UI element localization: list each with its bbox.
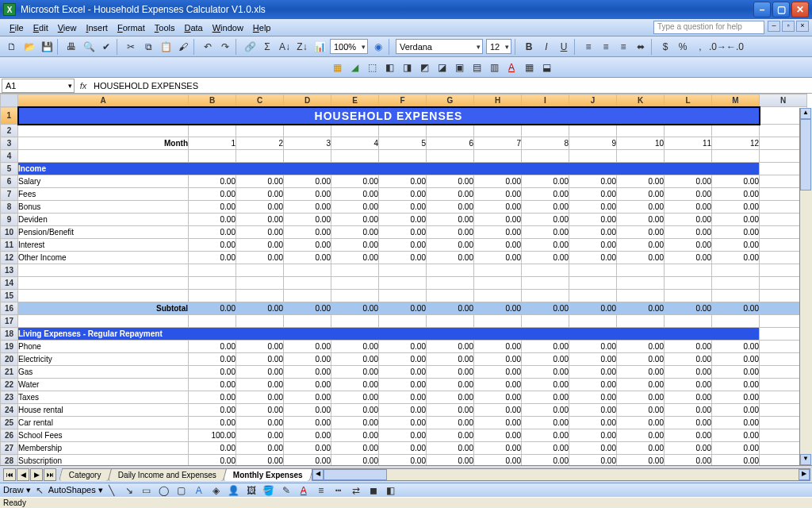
menu-view[interactable]: View (53, 23, 82, 33)
undo-icon[interactable]: ↶ (200, 39, 216, 55)
subtotal-cell[interactable]: 0.00 (522, 302, 569, 315)
value-cell[interactable]: 0.00 (712, 404, 760, 417)
value-cell[interactable]: 0.00 (569, 175, 617, 188)
dec-decimal-icon[interactable]: ←.0 (727, 39, 743, 55)
cell[interactable] (189, 150, 236, 163)
value-cell[interactable]: 0.00 (236, 201, 284, 214)
save-icon[interactable]: 💾 (39, 39, 55, 55)
cell[interactable] (665, 150, 712, 163)
value-cell[interactable]: 0.00 (189, 239, 236, 252)
value-cell[interactable]: 0.00 (331, 379, 379, 391)
value-cell[interactable]: 0.00 (331, 341, 379, 353)
value-cell[interactable]: 0.00 (569, 353, 617, 366)
cell[interactable] (284, 125, 331, 137)
value-cell[interactable]: 0.00 (379, 442, 427, 455)
value-cell[interactable]: 0.00 (427, 442, 474, 455)
align-center-icon[interactable]: ≡ (598, 39, 614, 55)
value-cell[interactable]: 0.00 (189, 366, 236, 379)
row-header-21[interactable]: 21 (1, 366, 18, 379)
value-cell[interactable]: 0.00 (331, 252, 379, 264)
value-cell[interactable]: 0.00 (189, 214, 236, 226)
value-cell[interactable]: 0.00 (665, 201, 712, 214)
row-label[interactable]: Car rental (18, 417, 189, 429)
row-header-2[interactable]: 2 (1, 125, 18, 137)
value-cell[interactable]: 0.00 (284, 455, 331, 466)
subtotal-cell[interactable]: 0.00 (331, 302, 379, 315)
cell[interactable] (189, 290, 236, 302)
col-header-J[interactable]: J (569, 94, 617, 107)
value-cell[interactable]: 0.00 (284, 239, 331, 252)
value-cell[interactable]: 0.00 (569, 366, 617, 379)
cell[interactable] (665, 290, 712, 302)
month-cell[interactable]: 4 (331, 137, 379, 150)
value-cell[interactable]: 0.00 (474, 429, 522, 442)
value-cell[interactable]: 0.00 (474, 417, 522, 429)
value-cell[interactable]: 0.00 (665, 379, 712, 391)
cell[interactable] (284, 290, 331, 302)
value-cell[interactable]: 0.00 (236, 366, 284, 379)
col-header-C[interactable]: C (236, 94, 284, 107)
row-header-27[interactable]: 27 (1, 442, 18, 455)
cell[interactable] (379, 290, 427, 302)
value-cell[interactable]: 0.00 (284, 175, 331, 188)
value-cell[interactable]: 0.00 (712, 226, 760, 239)
value-cell[interactable]: 0.00 (617, 239, 665, 252)
line-icon[interactable]: ╲ (104, 483, 120, 498)
font-size-combo[interactable]: 12 (486, 39, 511, 54)
cell[interactable] (427, 290, 474, 302)
subtotal-cell[interactable]: 0.00 (427, 302, 474, 315)
mdi-restore-button[interactable]: ▫ (782, 21, 795, 32)
value-cell[interactable]: 0.00 (427, 404, 474, 417)
value-cell[interactable]: 0.00 (522, 379, 569, 391)
value-cell[interactable]: 0.00 (569, 391, 617, 404)
subtotal-cell[interactable]: 0.00 (712, 302, 760, 315)
bold-icon[interactable]: B (521, 39, 537, 55)
value-cell[interactable]: 0.00 (569, 226, 617, 239)
value-cell[interactable]: 0.00 (712, 252, 760, 264)
row-header-5[interactable]: 5 (1, 163, 18, 175)
underline-icon[interactable]: U (556, 39, 572, 55)
sheet-tab-0[interactable]: Category (59, 468, 112, 481)
value-cell[interactable]: 0.00 (189, 201, 236, 214)
ic13-icon[interactable]: ⬓ (538, 60, 554, 75)
value-cell[interactable]: 0.00 (427, 214, 474, 226)
value-cell[interactable]: 0.00 (617, 201, 665, 214)
cell[interactable] (522, 290, 569, 302)
cell[interactable] (331, 315, 379, 328)
row-header-14[interactable]: 14 (1, 277, 18, 290)
value-cell[interactable]: 0.00 (665, 429, 712, 442)
ic8-icon[interactable]: ▣ (451, 60, 467, 75)
row-label[interactable]: Membership (18, 442, 189, 455)
subtotal-cell[interactable]: 0.00 (665, 302, 712, 315)
value-cell[interactable]: 0.00 (427, 391, 474, 404)
value-cell[interactable]: 0.00 (331, 175, 379, 188)
clipart-icon[interactable]: 👤 (226, 483, 242, 498)
value-cell[interactable]: 0.00 (474, 201, 522, 214)
value-cell[interactable]: 0.00 (712, 379, 760, 391)
value-cell[interactable]: 0.00 (617, 391, 665, 404)
col-header-A[interactable]: A (18, 94, 189, 107)
row-header-1[interactable]: 1 (1, 107, 18, 125)
value-cell[interactable]: 0.00 (569, 201, 617, 214)
subtotal-cell[interactable]: 0.00 (569, 302, 617, 315)
menu-format[interactable]: Format (113, 23, 150, 33)
cell[interactable] (617, 277, 665, 290)
cell[interactable] (379, 125, 427, 137)
value-cell[interactable]: 0.00 (712, 175, 760, 188)
subtotal-cell[interactable]: 0.00 (617, 302, 665, 315)
value-cell[interactable]: 0.00 (427, 429, 474, 442)
value-cell[interactable]: 0.00 (522, 252, 569, 264)
value-cell[interactable]: 0.00 (331, 188, 379, 201)
cell[interactable] (569, 277, 617, 290)
col-header-K[interactable]: K (617, 94, 665, 107)
row-label[interactable]: Interest (18, 239, 189, 252)
value-cell[interactable]: 0.00 (284, 391, 331, 404)
value-cell[interactable]: 0.00 (522, 239, 569, 252)
cell[interactable] (665, 125, 712, 137)
value-cell[interactable]: 0.00 (712, 391, 760, 404)
value-cell[interactable]: 0.00 (284, 429, 331, 442)
value-cell[interactable]: 0.00 (474, 214, 522, 226)
value-cell[interactable]: 0.00 (236, 442, 284, 455)
value-cell[interactable]: 0.00 (331, 366, 379, 379)
value-cell[interactable]: 0.00 (236, 391, 284, 404)
